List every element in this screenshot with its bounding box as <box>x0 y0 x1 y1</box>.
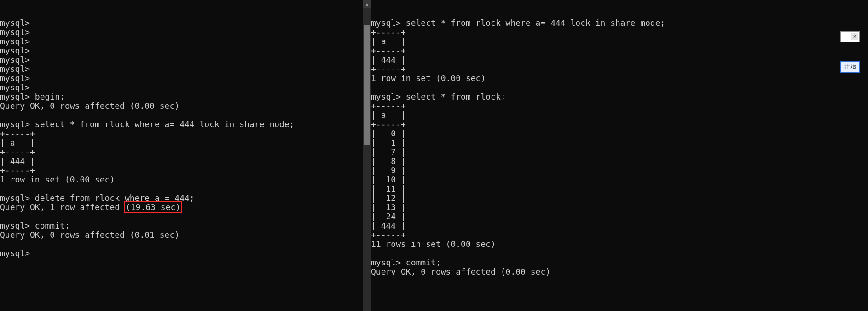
terminal-line: +-----+ <box>371 120 868 129</box>
terminal-line: | a | <box>371 37 868 46</box>
close-icon[interactable]: × <box>851 33 858 40</box>
terminal-line: mysql> select * from rlock where a= 444 … <box>0 120 363 129</box>
terminal-line: | 8 | <box>371 157 868 166</box>
scrollbar-left-terminal[interactable]: ▲ <box>363 0 371 311</box>
terminal-line: mysql> <box>0 18 363 28</box>
terminal-line: +-----+ <box>371 46 868 55</box>
terminal-line: Query OK, 0 rows affected (0.01 sec) <box>0 230 363 240</box>
terminal-line <box>371 83 868 92</box>
terminal-line: Query OK, 1 row affected (19.63 sec) <box>0 203 363 212</box>
terminal-line: +-----+ <box>371 65 868 74</box>
terminal-right[interactable]: mysql> select * from rlock where a= 444 … <box>371 0 868 311</box>
terminal-line: mysql> <box>0 46 363 55</box>
terminal-line: | a | <box>371 111 868 120</box>
terminal-line: | 0 | <box>371 129 868 138</box>
terminal-line: +-----+ <box>371 230 868 240</box>
terminal-line: | 12 | <box>371 194 868 203</box>
terminal-line: mysql> commit; <box>0 221 363 230</box>
terminal-line: mysql> <box>0 55 363 65</box>
terminal-line <box>0 212 363 221</box>
scroll-thumb[interactable] <box>364 25 370 145</box>
terminal-line: mysql> <box>0 249 363 258</box>
terminal-line: mysql> commit; <box>371 258 868 267</box>
terminal-line: mysql> <box>0 28 363 37</box>
terminal-line: Query OK, 0 rows affected (0.00 sec) <box>371 267 868 276</box>
terminal-line: 1 row in set (0.00 sec) <box>371 74 868 83</box>
terminal-line: | 444 | <box>371 55 868 65</box>
terminal-line: 11 rows in set (0.00 sec) <box>371 240 868 249</box>
terminal-line <box>0 240 363 249</box>
terminal-line: | 444 | <box>371 221 868 230</box>
terminal-line: mysql> begin; <box>0 92 363 101</box>
terminal-line: | 1 | <box>371 138 868 147</box>
floating-tool-widget[interactable]: P.. × 开始 <box>840 13 860 91</box>
terminal-line: Query OK, 0 rows affected (0.00 sec) <box>0 101 363 111</box>
terminal-line: | 7 | <box>371 147 868 157</box>
terminal-line: +-----+ <box>0 129 363 138</box>
terminal-line: 1 row in set (0.00 sec) <box>0 175 363 184</box>
terminal-line: mysql> <box>0 83 363 92</box>
terminal-line: mysql> <box>0 74 363 83</box>
terminal-line <box>371 249 868 258</box>
terminal-left[interactable]: mysql>mysql>mysql>mysql>mysql>mysql>mysq… <box>0 0 363 311</box>
terminal-line: | 10 | <box>371 175 868 184</box>
terminal-line <box>0 184 363 194</box>
terminal-line: mysql> <box>0 65 363 74</box>
terminal-line: +-----+ <box>0 147 363 157</box>
terminal-line: | a | <box>0 138 363 147</box>
terminal-line: mysql> select * from rlock where a= 444 … <box>371 18 868 28</box>
terminal-line: mysql> select * from rlock; <box>371 92 868 101</box>
terminal-line <box>0 111 363 120</box>
terminal-line: +-----+ <box>0 166 363 175</box>
highlighted-duration: (19.63 sec) <box>124 201 182 213</box>
terminal-line: mysql> <box>0 37 363 46</box>
terminal-line: | 11 | <box>371 184 868 194</box>
terminal-line: +-----+ <box>371 28 868 37</box>
terminal-line: | 13 | <box>371 203 868 212</box>
terminal-text: Query OK, 1 row affected <box>0 202 125 212</box>
terminal-line: +-----+ <box>371 101 868 111</box>
terminal-line: | 9 | <box>371 166 868 175</box>
widget-title-bar[interactable]: P.. × <box>840 31 860 42</box>
split-terminals: mysql>mysql>mysql>mysql>mysql>mysql>mysq… <box>0 0 868 311</box>
terminal-line: | 444 | <box>0 157 363 166</box>
terminal-line: | 24 | <box>371 212 868 221</box>
scroll-up-icon[interactable]: ▲ <box>363 0 371 8</box>
